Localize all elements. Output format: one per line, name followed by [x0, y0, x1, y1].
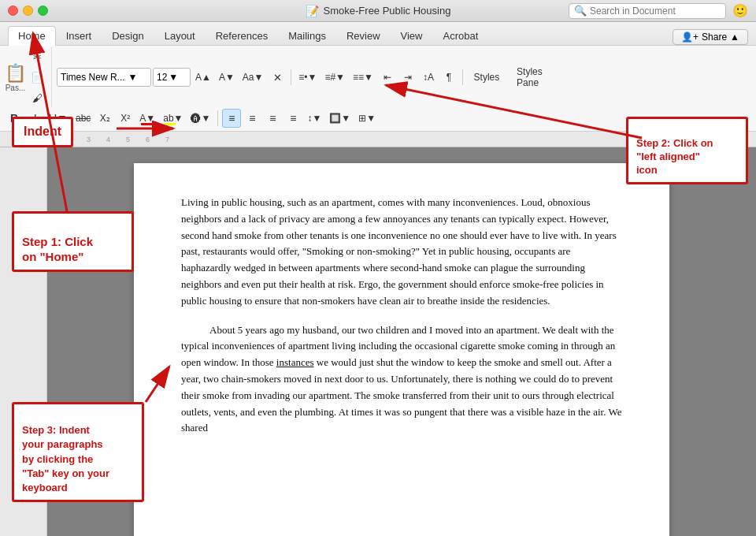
font-size-dropdown-icon: ▼: [169, 72, 178, 83]
borders-button[interactable]: ⊞▼: [355, 109, 379, 128]
increase-indent-button[interactable]: ⇥: [398, 68, 417, 87]
change-case-button[interactable]: Aa▼: [239, 68, 267, 87]
italic-button[interactable]: I: [25, 109, 44, 128]
styles-pane-label: StylesPane: [517, 66, 543, 88]
search-box[interactable]: 🔍: [569, 3, 726, 19]
word-icon: 📝: [306, 5, 319, 17]
decrease-indent-button[interactable]: ⇤: [378, 68, 397, 87]
clear-format-button[interactable]: ✕: [268, 68, 287, 87]
font-size-value: 12: [157, 72, 167, 83]
search-input[interactable]: [590, 6, 721, 17]
tab-review[interactable]: Review: [336, 26, 391, 45]
toolbar: 📋 Pas... ✂ 📄 🖌 Times New R... ▼ 12 ▼ A▲ …: [0, 46, 756, 132]
maximize-button[interactable]: [38, 6, 48, 16]
highlight-button[interactable]: ab▼: [160, 109, 186, 128]
increase-font-button[interactable]: A▲: [192, 68, 214, 87]
font-name-select[interactable]: Times New R... ▼: [57, 68, 151, 87]
tab-mailings[interactable]: Mailings: [278, 26, 336, 45]
styles-button[interactable]: Styles: [467, 68, 506, 87]
toolbar-row-1: 📋 Pas... ✂ 📄 🖌 Times New R... ▼ 12 ▼ A▲ …: [5, 47, 751, 107]
window-title: Smoke-Free Public Housing: [324, 5, 451, 17]
ribbon-tabs: Home Insert Design Layout References Mai…: [0, 22, 756, 46]
numbered-list-button[interactable]: ≡#▼: [321, 68, 348, 87]
align-right-button[interactable]: ≡: [263, 109, 282, 128]
shading2-button[interactable]: 🔲▼: [326, 109, 354, 128]
toolbar-row-2: B I U▼ abc X₂ X² A▼ ab▼ 🅐▼ ≡ ≡ ≡ ≡ ↕▼ 🔲▼…: [5, 107, 751, 129]
title-bar: 📝 Smoke-Free Public Housing 🔍 🙂: [0, 0, 756, 22]
paste-group: 📋 Pas... ✂ 📄 🖌: [5, 47, 52, 107]
paragraph-1: Living in public housing, such as an apa…: [181, 195, 622, 310]
copy-button[interactable]: 📄: [28, 68, 46, 87]
ribbon-right: 👤+ Share ▲: [673, 29, 748, 45]
document-page: Living in public housing, such as an apa…: [134, 163, 669, 536]
strikethrough-button[interactable]: abc: [72, 109, 94, 128]
window-title-area: 📝 Smoke-Free Public Housing: [306, 5, 451, 17]
close-button[interactable]: [8, 6, 18, 16]
superscript-button[interactable]: X²: [116, 109, 135, 128]
left-margin: [0, 147, 47, 536]
chevron-icon: ▲: [730, 32, 739, 43]
paragraph-2: About 5 years ago my husband, our two ch…: [181, 322, 622, 437]
main-content: Living in public housing, such as an apa…: [0, 147, 756, 536]
decrease-font-button[interactable]: A▼: [216, 68, 238, 87]
ruler: 1 2 3 4 5 6 7: [0, 132, 756, 147]
tab-insert[interactable]: Insert: [56, 26, 102, 45]
multilevel-list-button[interactable]: ≡≡▼: [350, 68, 376, 87]
tab-references[interactable]: References: [206, 26, 278, 45]
tab-design[interactable]: Design: [102, 26, 154, 45]
styles-pane-button[interactable]: StylesPane: [508, 68, 551, 87]
share-label: Share: [702, 32, 727, 43]
app-wrapper: 📝 Smoke-Free Public Housing 🔍 🙂 Home Ins…: [0, 0, 756, 536]
shading-button[interactable]: 🅐▼: [187, 109, 213, 128]
font-dropdown-icon: ▼: [128, 72, 138, 83]
align-center-button[interactable]: ≡: [243, 109, 261, 128]
paste-label[interactable]: Pas...: [6, 84, 26, 92]
clipboard-sub: ✂ 📄 🖌: [28, 47, 46, 107]
show-marks-button[interactable]: ¶: [439, 68, 458, 87]
tab-home[interactable]: Home: [8, 26, 56, 46]
font-color-button[interactable]: A▼: [136, 109, 158, 128]
font-size-select[interactable]: 12 ▼: [153, 68, 191, 87]
align-left-button[interactable]: ≡: [222, 109, 241, 128]
title-bar-right: 🔍 🙂: [569, 3, 748, 19]
minimize-button[interactable]: [23, 6, 33, 16]
font-name-value: Times New R...: [61, 72, 125, 83]
cut-button[interactable]: ✂: [28, 47, 46, 66]
search-icon: 🔍: [574, 5, 587, 17]
tab-acrobat[interactable]: Acrobat: [432, 26, 488, 45]
separator-3: [217, 110, 218, 126]
share-button[interactable]: 👤+ Share ▲: [673, 29, 748, 45]
separator-1: [291, 69, 291, 85]
line-spacing-button[interactable]: ↕▼: [304, 109, 324, 128]
share-icon: 👤+: [681, 32, 699, 43]
underline-button[interactable]: U▼: [46, 109, 71, 128]
tab-view[interactable]: View: [391, 26, 433, 45]
ruler-marks: 1 2 3 4 5 6 7: [47, 136, 756, 143]
account-icon[interactable]: 🙂: [732, 3, 748, 18]
paste-icon: 📋: [5, 63, 26, 84]
sort-button[interactable]: ↕A: [419, 68, 438, 87]
bold-button[interactable]: B: [5, 109, 24, 128]
paste-area: 📋 Pas...: [5, 63, 26, 92]
bullets-button[interactable]: ≡•▼: [295, 68, 320, 87]
document-area: Living in public housing, such as an apa…: [47, 147, 756, 536]
instances-underline: instances: [276, 356, 314, 368]
traffic-lights: [8, 6, 48, 16]
separator-2: [462, 69, 463, 85]
justify-button[interactable]: ≡: [284, 109, 302, 128]
subscript-button[interactable]: X₂: [95, 109, 114, 128]
format-painter-button[interactable]: 🖌: [28, 88, 46, 107]
tab-layout[interactable]: Layout: [154, 26, 206, 45]
